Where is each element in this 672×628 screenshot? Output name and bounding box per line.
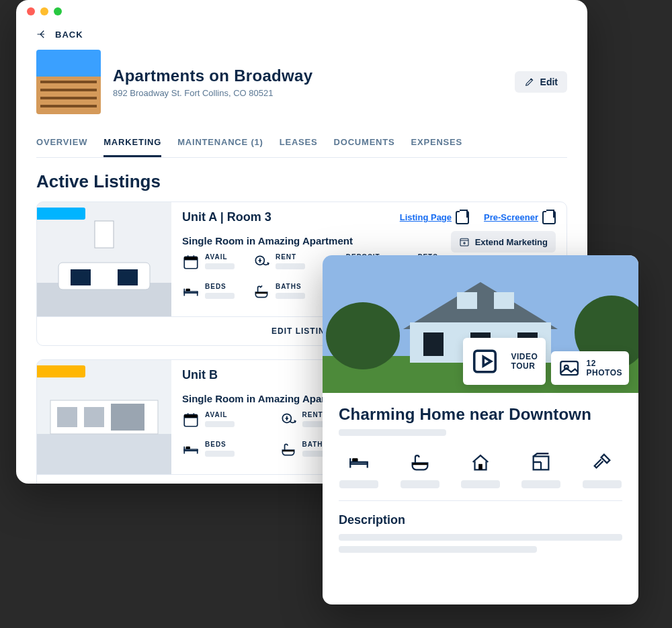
- bath-icon: [406, 451, 434, 474]
- value-placeholder: [205, 293, 235, 299]
- listing-preview-card: VIDEO TOUR 12 PHOTOS Charming Home near …: [323, 255, 638, 604]
- external-link-icon: [456, 211, 469, 224]
- svg-rect-9: [71, 269, 91, 285]
- svg-rect-3: [40, 89, 97, 91]
- listing-page-link[interactable]: Listing Page: [400, 211, 469, 224]
- svg-rect-10: [118, 269, 138, 285]
- description-heading: Description: [339, 513, 622, 527]
- value-placeholder: [583, 480, 622, 488]
- svg-rect-2: [40, 81, 97, 83]
- spec-beds: BEDS: [182, 283, 238, 300]
- listing-color-tag: [36, 208, 85, 220]
- pre-screener-label: Pre-Screener: [484, 212, 538, 222]
- bath-icon: [280, 441, 297, 458]
- value-placeholder: [205, 421, 235, 427]
- value-placeholder: [276, 293, 305, 299]
- svg-rect-27: [57, 407, 77, 427]
- extend-marketing-button[interactable]: Extend Marketing: [451, 231, 556, 253]
- value-placeholder: [205, 451, 235, 457]
- property-address: 892 Broadway St. Fort Collins, CO 80521: [113, 88, 503, 98]
- svg-rect-31: [184, 414, 198, 417]
- preview-spec-year: [582, 451, 622, 488]
- svg-rect-13: [184, 257, 198, 259]
- video-tour-button[interactable]: VIDEO TOUR: [463, 338, 546, 385]
- listing-headline: Single Room in Amazing Apartment: [182, 235, 451, 246]
- svg-rect-41: [423, 332, 444, 356]
- hammer-icon: [588, 451, 616, 474]
- back-button[interactable]: BACK: [36, 23, 83, 50]
- tab-maintenance[interactable]: MAINTENANCE (1): [177, 129, 263, 157]
- arrow-left-icon: [36, 28, 48, 40]
- value-placeholder: [521, 480, 560, 488]
- tab-documents[interactable]: DOCUMENTS: [334, 129, 395, 157]
- preview-title: Charming Home near Downtown: [339, 405, 622, 424]
- spec-avail: AVAIL: [182, 411, 265, 429]
- spec-rent: RENT: [253, 253, 308, 271]
- tab-marketing[interactable]: MARKETING: [103, 129, 161, 157]
- listing-photo: [37, 202, 171, 316]
- preview-spec-sqft: [521, 451, 561, 488]
- money-icon: [253, 253, 270, 271]
- preview-hero-image: VIDEO TOUR 12 PHOTOS: [323, 255, 638, 393]
- value-placeholder: [339, 534, 622, 541]
- preview-spec-beds: [339, 451, 379, 488]
- image-icon: [558, 357, 581, 379]
- property-thumbnail: [36, 50, 101, 114]
- svg-rect-22: [255, 292, 267, 294]
- value-placeholder: [276, 263, 305, 269]
- edit-property-button[interactable]: Edit: [515, 71, 567, 93]
- svg-rect-29: [111, 404, 144, 431]
- svg-rect-28: [84, 407, 104, 427]
- floorplan-icon: [527, 451, 555, 474]
- pencil-icon: [524, 77, 535, 87]
- value-placeholder: [401, 480, 439, 488]
- svg-rect-45: [494, 292, 514, 309]
- bed-icon: [182, 283, 200, 300]
- property-title: Apartments on Broadway: [113, 66, 503, 85]
- listing-unit-title: Unit B: [182, 368, 218, 382]
- spec-baths: BATHS: [253, 283, 308, 300]
- maximize-window-dot[interactable]: [54, 7, 62, 15]
- svg-rect-4: [40, 97, 97, 99]
- value-placeholder: [205, 263, 235, 269]
- svg-rect-34: [282, 450, 294, 451]
- bath-icon: [253, 283, 270, 300]
- svg-rect-50: [412, 463, 427, 465]
- value-placeholder: [339, 429, 446, 436]
- edit-label: Edit: [540, 77, 558, 87]
- value-placeholder: [339, 480, 378, 488]
- value-placeholder: [461, 480, 500, 488]
- photos-button[interactable]: 12 PHOTOS: [551, 351, 629, 385]
- divider: [339, 500, 622, 501]
- minimize-window-dot[interactable]: [40, 7, 48, 15]
- spec-beds: BEDS: [182, 441, 265, 458]
- video-tour-label: VIDEO TOUR: [511, 352, 539, 371]
- svg-rect-47: [561, 361, 579, 375]
- svg-point-37: [326, 302, 400, 369]
- tab-leases[interactable]: LEASES: [280, 129, 318, 157]
- tab-overview[interactable]: OVERVIEW: [36, 129, 87, 157]
- svg-rect-0: [36, 50, 101, 77]
- listing-unit-title: Unit A | Room 3: [182, 210, 271, 224]
- preview-spec-type: [460, 451, 501, 488]
- calendar-plus-icon: [459, 236, 470, 247]
- preview-spec-baths: [399, 451, 439, 488]
- value-placeholder: [339, 546, 537, 553]
- calendar-icon: [182, 253, 200, 271]
- bed-icon: [182, 441, 200, 458]
- calendar-icon: [182, 411, 200, 429]
- section-title-active-listings: Active Listings: [36, 171, 567, 192]
- svg-rect-44: [457, 292, 477, 309]
- tab-expenses[interactable]: EXPENSES: [411, 129, 462, 157]
- external-link-icon: [542, 211, 556, 224]
- listing-page-label: Listing Page: [400, 212, 452, 222]
- pre-screener-link[interactable]: Pre-Screener: [484, 211, 556, 224]
- listing-color-tag: [36, 365, 85, 377]
- close-window-dot[interactable]: [27, 7, 35, 15]
- house-icon: [466, 451, 495, 474]
- extend-label: Extend Marketing: [475, 237, 548, 247]
- svg-rect-51: [478, 464, 482, 470]
- money-icon: [280, 411, 297, 429]
- window-titlebar: [16, 0, 587, 23]
- svg-rect-5: [40, 105, 97, 107]
